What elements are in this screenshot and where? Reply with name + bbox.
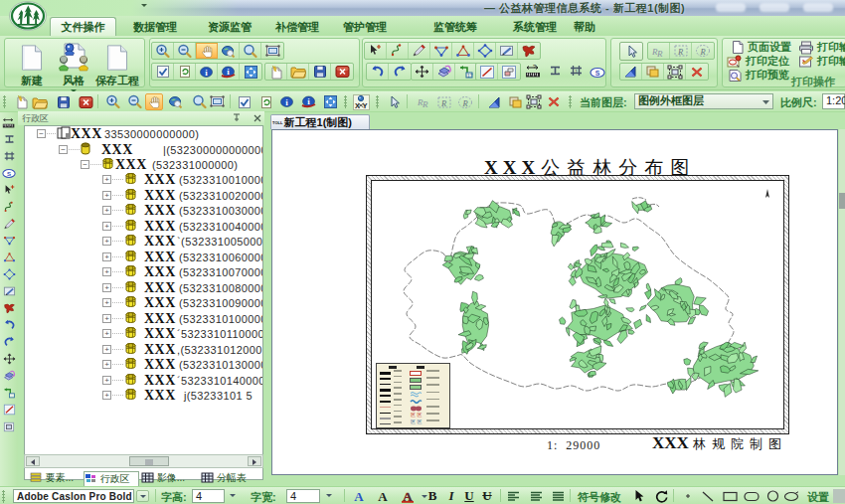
svg-text:A: A: [354, 489, 364, 503]
svg-text:R: R: [440, 97, 447, 107]
svg-text:S: S: [7, 169, 11, 176]
svg-text:R: R: [677, 47, 684, 57]
svg-text:X: X: [355, 100, 360, 109]
svg-text:R: R: [462, 97, 469, 107]
svg-text:R: R: [700, 47, 707, 57]
svg-text:A: A: [378, 489, 388, 503]
svg-text:17: 17: [467, 73, 473, 79]
svg-text:R: R: [422, 99, 428, 108]
svg-text:S: S: [595, 70, 600, 77]
svg-text:A: A: [403, 489, 413, 503]
svg-text:R: R: [656, 49, 663, 58]
svg-text:Y: Y: [362, 100, 367, 109]
